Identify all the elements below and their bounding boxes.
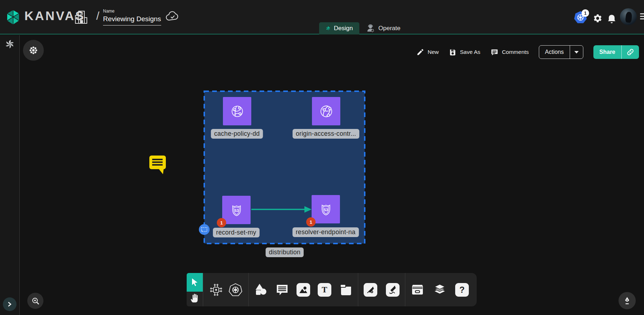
actions-dropdown-button[interactable]	[570, 46, 583, 59]
node-label-origin-access-control[interactable]: origin-access-contr...	[293, 129, 359, 139]
menu-icon[interactable]	[640, 13, 644, 21]
tool-dock-row: T	[203, 273, 474, 306]
note-tool-button[interactable]	[339, 283, 353, 297]
freehand-tool-button[interactable]	[386, 283, 400, 297]
text-tool-icon: T	[318, 283, 331, 297]
annotation-tools: T	[249, 283, 358, 297]
kubernetes-wheel-icon	[228, 282, 243, 297]
node-label-cache-policy[interactable]: cache-policy-dd	[211, 129, 263, 139]
vector-pen-icon	[364, 283, 377, 297]
shapes-tool-button[interactable]	[254, 283, 268, 297]
actions-split-button: Actions	[539, 45, 583, 59]
zoom-in-button[interactable]	[27, 293, 43, 309]
link-icon	[626, 48, 634, 56]
quick-actions-button[interactable]	[23, 40, 44, 61]
breadcrumb-separator: /	[96, 9, 99, 23]
edge-record-set-to-resolver[interactable]	[251, 204, 313, 214]
cursor-arrow-icon	[191, 278, 199, 287]
node-record-set[interactable]: 53	[222, 196, 251, 224]
design-tab-label: Design	[334, 25, 353, 32]
pointer-tools	[187, 273, 203, 306]
image-tool-button[interactable]	[296, 283, 311, 297]
tab-design[interactable]: Design	[319, 22, 359, 34]
pen-mode-button[interactable]	[619, 292, 636, 309]
chevron-right-icon	[7, 302, 12, 307]
help-icon: ?	[455, 283, 469, 297]
copy-link-button[interactable]	[621, 45, 639, 59]
drawer-tool-button[interactable]	[410, 283, 425, 297]
kubernetes-context-badge: 1	[582, 9, 589, 17]
design-name-input[interactable]	[103, 14, 161, 26]
comment-tool-button[interactable]	[275, 283, 289, 297]
layers-icon	[433, 282, 447, 297]
new-button[interactable]: New	[416, 48, 439, 56]
save-as-button-label: Save As	[460, 49, 480, 55]
node-label-record-set[interactable]: record-set-my	[213, 228, 260, 237]
operate-tab-label: Operate	[378, 25, 400, 32]
app-header: KANVAS / Name Design	[0, 0, 644, 34]
operate-tab-icon	[367, 24, 375, 33]
comment-bubble-icon	[275, 283, 289, 297]
globe-network-icon	[228, 102, 247, 121]
user-avatar[interactable]	[620, 8, 637, 25]
globe-network-icon	[317, 102, 336, 121]
actions-button[interactable]: Actions	[539, 46, 569, 59]
svg-text:53: 53	[323, 207, 328, 212]
meshery-pinwheel-icon[interactable]	[4, 39, 15, 50]
settings-gear-icon[interactable]	[592, 13, 602, 24]
layers-tool-button[interactable]	[433, 283, 447, 297]
design-actionbar: New Save As Comments Actions Share	[416, 45, 639, 59]
drawer-archive-icon	[410, 283, 425, 297]
help-tool-button[interactable]: ?	[455, 283, 469, 297]
save-as-button[interactable]: Save As	[449, 48, 480, 56]
tool-dock: T	[187, 273, 477, 306]
magnifier-plus-icon	[31, 297, 40, 305]
kubernetes-tool-button[interactable]	[228, 283, 243, 297]
share-split-button: Share	[593, 45, 639, 59]
kanvas-logo-icon[interactable]	[5, 9, 21, 26]
share-button[interactable]: Share	[593, 45, 621, 59]
pencil-new-icon	[416, 48, 424, 56]
shapes-icon	[254, 283, 268, 297]
node-origin-access-control[interactable]	[312, 97, 340, 125]
svg-text:53: 53	[234, 208, 238, 212]
tab-operate[interactable]: Operate	[360, 22, 407, 34]
design-name-label: Name	[103, 9, 161, 14]
library-tools: ?	[405, 283, 474, 297]
caret-down-icon	[574, 51, 579, 54]
floppy-save-icon	[449, 48, 457, 56]
node-badge-record-set[interactable]: 1	[217, 218, 226, 227]
text-tool-button[interactable]: T	[317, 283, 332, 297]
chip-circuit-icon	[209, 283, 223, 297]
sidebar-expand-button[interactable]	[3, 297, 17, 311]
vector-pen-tool-button[interactable]	[363, 283, 378, 297]
node-badge-resolver-endpoint[interactable]: 1	[306, 217, 316, 227]
organization-building-icon[interactable]	[74, 10, 88, 25]
image-icon	[297, 283, 310, 297]
node-label-resolver-endpoint[interactable]: resolver-endpoint-na	[293, 227, 359, 237]
new-button-label: New	[428, 49, 439, 55]
design-tab-icon	[326, 24, 331, 32]
comment-marker-icon[interactable]	[149, 154, 167, 175]
component-tools	[203, 283, 248, 297]
left-sidebar	[0, 35, 20, 315]
comments-button-label: Comments	[502, 49, 529, 55]
gear-flower-icon	[29, 46, 38, 55]
comments-button[interactable]: Comments	[490, 48, 529, 56]
node-resolver-endpoint[interactable]: 53	[312, 195, 340, 223]
pan-tool-button[interactable]	[187, 292, 203, 306]
group-label-distribution[interactable]: distribution	[266, 247, 304, 257]
components-tool-button[interactable]	[209, 283, 223, 297]
dashed-rect-icon	[201, 227, 207, 232]
group-select-handle[interactable]	[199, 224, 210, 235]
select-tool-button[interactable]	[187, 273, 203, 292]
sticky-note-icon	[339, 283, 353, 297]
route53-shield-icon: 53	[227, 201, 246, 219]
pencil-scribble-icon	[386, 283, 400, 297]
cloud-sync-check-icon	[165, 10, 180, 23]
node-cache-policy[interactable]	[223, 97, 251, 125]
hand-icon	[190, 292, 200, 303]
route53-shield-icon: 53	[317, 200, 335, 219]
notifications-bell-icon[interactable]	[607, 13, 617, 24]
pen-nib-icon	[622, 296, 632, 305]
